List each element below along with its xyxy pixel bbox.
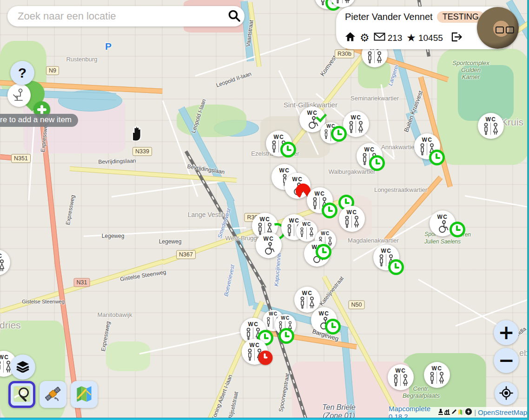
map-marker-toilet-mf[interactable]: WC	[307, 187, 333, 213]
map-marker-toilet-mf[interactable]: WC	[478, 113, 504, 139]
geolocate-button[interactable]	[495, 382, 518, 405]
marker-wc-label: WC	[289, 218, 300, 223]
marker-wc-label: WC	[281, 316, 290, 321]
openstreetmap-link[interactable]: OpenStreetMap	[478, 408, 527, 416]
marker-wc-label: WC	[307, 110, 318, 116]
male-female-icon	[483, 123, 499, 136]
basemap-style-switcher	[8, 381, 98, 408]
search-button[interactable]	[224, 6, 245, 26]
map-marker-toilet-mf[interactable]: WC	[296, 220, 317, 242]
search-bar	[7, 6, 245, 26]
marker-status-clock-green-badge	[429, 150, 445, 165]
map-marker-toilet-mf[interactable]: WC	[294, 287, 320, 313]
basemap-satellite-button[interactable]	[40, 381, 66, 408]
male-female-icon	[344, 216, 360, 229]
map-marker-toilet-mf[interactable]: WC	[0, 249, 10, 276]
layers-icon	[16, 361, 29, 374]
wheelchair-icon	[262, 242, 276, 255]
marker-wc-label: WC	[260, 217, 271, 222]
user-actions: ⚙ 213 ★ 10455	[345, 32, 462, 44]
marker-wc-label: WC	[364, 147, 375, 152]
stars-count: 10455	[418, 33, 443, 43]
map-marker-toilet-mf[interactable]: WC	[343, 111, 369, 137]
mapcomplete-app: RustenburgBrugge- Sint-PietersPVaartstra…	[0, 0, 529, 420]
marker-wc-label: WC	[381, 248, 392, 254]
marker-wc-label: WC	[274, 134, 284, 140]
marker-wc-label: WC	[432, 366, 443, 371]
male-female-icon	[348, 121, 364, 134]
user-name: Pieter Vander Vennet	[345, 12, 433, 22]
map-marker-toilet-mf[interactable]: WC	[424, 362, 450, 388]
map-marker-toilet-mf[interactable]: WC	[242, 339, 268, 365]
dark-badge-icon	[465, 408, 472, 417]
male-female-icon	[299, 296, 316, 309]
toilet-sketch-icon	[7, 84, 31, 107]
marker-wc-label: WC	[279, 168, 290, 173]
settings-gear-icon[interactable]: ⚙	[360, 33, 370, 43]
marker-wc-label: WC	[315, 191, 325, 197]
map-marker-toilet-mf[interactable]: WC	[275, 314, 296, 335]
basemap-map-button[interactable]	[71, 381, 98, 408]
star-icon[interactable]: ★	[406, 33, 416, 43]
avatar-glasses	[496, 26, 514, 33]
marker-wc-label: WC	[0, 253, 3, 259]
attribution-separator: |	[474, 408, 476, 416]
marker-wc-label: WC	[248, 322, 259, 327]
male-female-icon	[393, 374, 409, 387]
map-marker-toilet-mf[interactable]: WC	[339, 206, 365, 232]
map-marker-toilet-wheelchair[interactable]: WC	[256, 232, 282, 258]
map-magnifier-icon	[13, 385, 31, 405]
add-item-tooltip: re to add a new item	[0, 114, 78, 127]
marker-status-clock-red-badge	[258, 351, 273, 365]
user-identity: Pieter Vander Vennet TESTING	[345, 11, 484, 23]
marker-wc-label: WC	[269, 312, 278, 316]
layers-button[interactable]	[10, 354, 35, 380]
marker-wc-label: WC	[347, 210, 357, 215]
satellite-icon	[44, 385, 62, 405]
viewport-bottom-edge	[0, 418, 529, 420]
map-marker-toilet-wheelchair[interactable]: WC	[311, 307, 337, 333]
marker-status-clock-green-badge	[450, 222, 465, 237]
marker-wc-label: WC	[486, 117, 496, 122]
marker-wc-label: WC	[321, 231, 330, 236]
pencil-icon	[451, 408, 457, 416]
zoom-out-button[interactable]: −	[494, 348, 519, 373]
marker-wc-label: WC	[302, 290, 313, 296]
statistics-icon	[444, 408, 450, 416]
map-marker-toilet-mf[interactable]: WC	[266, 131, 292, 157]
mini-map-icon	[458, 408, 464, 416]
zoom-in-button[interactable]: +	[494, 320, 519, 345]
logout-icon[interactable]	[451, 32, 462, 44]
marker-wc-label: WC	[437, 214, 448, 220]
map-marker-toilet-mf[interactable]: WC	[388, 364, 414, 390]
marker-wc-label: WC	[319, 311, 330, 316]
folded-map-icon	[75, 385, 93, 405]
basemap-osm-carto-button[interactable]	[8, 381, 35, 408]
search-icon	[227, 9, 241, 24]
map-marker-toilet-mf[interactable]: WC	[357, 143, 383, 169]
marker-status-clock-green-badge	[369, 155, 385, 171]
male-female-icon	[0, 259, 5, 272]
map-marker-toilet-mf[interactable]: WC	[373, 244, 399, 270]
minus-icon: −	[498, 351, 514, 370]
attribution-bar: Mapcomplete 0.18.2 | OpenStreetMap	[389, 407, 527, 418]
help-button[interactable]: ?	[10, 61, 34, 85]
messages-envelope-icon[interactable]	[374, 33, 385, 43]
messages-count: 213	[388, 33, 403, 43]
home-icon[interactable]	[345, 32, 356, 44]
marker-wc-label: WC	[302, 222, 311, 227]
marker-status-clock-green-badge	[278, 328, 294, 344]
search-input[interactable]	[17, 10, 224, 23]
map-marker-toilet-wheelchair[interactable]: WC	[430, 210, 456, 236]
map-markers: WC WC WC WC	[0, 0, 529, 420]
marker-wc-label: WC	[0, 354, 9, 360]
marker-status-clock-green-badge	[316, 244, 331, 260]
marker-wc-label: WC	[396, 368, 406, 374]
viewport-right-edge	[527, 0, 529, 420]
map-marker-toilet-mf[interactable]: WC	[320, 122, 342, 144]
user-avatar[interactable]	[477, 7, 519, 49]
map-marker-toilet-wheelchair[interactable]: WC	[304, 241, 330, 267]
plus-icon: +	[498, 323, 514, 342]
male-female-icon	[367, 51, 383, 64]
map-marker-toilet-mf[interactable]: WC	[414, 133, 440, 159]
